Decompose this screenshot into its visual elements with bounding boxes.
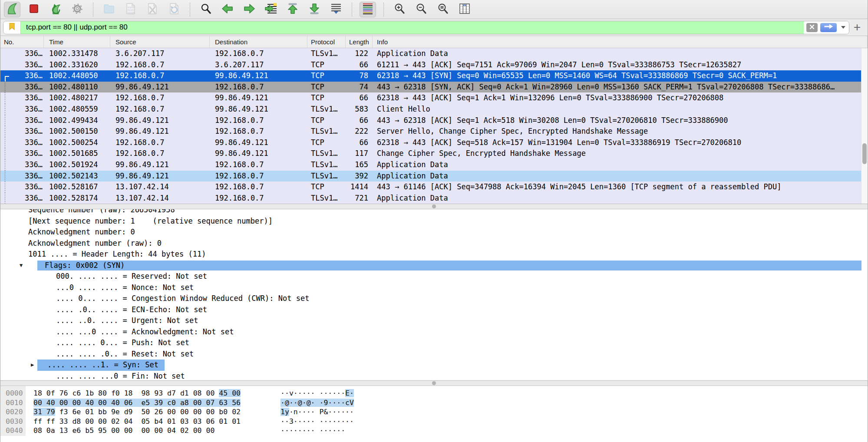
colorize-button[interactable] (360, 2, 376, 17)
packet-row[interactable]: 336…1002.480559192.168.0.799.86.49.121TL… (0, 104, 861, 115)
detail-line[interactable]: [Next sequence number: 1 (relative seque… (0, 216, 868, 227)
column-header-protocol[interactable]: Protocol (307, 36, 346, 48)
packet-row[interactable]: 336…1002.48011099.86.49.121192.168.0.7TC… (0, 82, 861, 93)
display-filter-input[interactable]: tcp.port == 80 || udp.port == 80 (3, 21, 849, 34)
packet-row[interactable]: 336…1002.331620192.168.0.73.6.207.117TCP… (0, 59, 861, 71)
capture-options-button[interactable] (69, 2, 86, 17)
open-file-button[interactable] (101, 2, 117, 17)
restart-capture-button[interactable] (47, 2, 64, 17)
column-header-source[interactable]: Source (110, 36, 210, 48)
go-forward-button[interactable] (241, 2, 257, 17)
filter-apply-button[interactable] (820, 23, 837, 32)
splitter-list-details[interactable] (0, 204, 868, 209)
zoom-in-icon (394, 3, 405, 16)
detail-line[interactable]: ▼Flags: 0x002 (SYN) (0, 260, 868, 271)
expand-icon[interactable]: ▶ (31, 360, 34, 371)
packet-row[interactable]: 336…1002.501685192.168.0.799.86.49.121TL… (0, 148, 861, 159)
detail-line[interactable]: .... ...0 .... = Acknowledgment: Not set (0, 327, 868, 338)
packet-row[interactable]: 336…1002.50015099.86.49.121192.168.0.7TL… (0, 126, 861, 137)
filter-bar: tcp.port == 80 || udp.port == 80 + (0, 19, 868, 36)
detail-line[interactable]: .... .... .0.. = Reset: Not set (0, 349, 868, 360)
start-capture-button[interactable] (4, 2, 20, 17)
close-file-button[interactable] (144, 2, 161, 17)
packet-cell-time: 1002.528174 (44, 193, 110, 204)
go-last-button[interactable] (306, 2, 323, 17)
filter-clear-button[interactable] (806, 23, 818, 32)
go-to-packet-button[interactable] (263, 2, 279, 17)
packet-row[interactable]: 336…1002.500254192.168.0.799.86.49.121TC… (0, 137, 861, 148)
packet-cell-protocol: TCP (307, 92, 346, 104)
detail-line[interactable]: Acknowledgment number: 0 (0, 227, 868, 238)
splitter-details-bytes[interactable] (0, 380, 868, 386)
packet-cell-length: 165 (346, 159, 373, 171)
packet-cell-info: Application Data (373, 171, 861, 182)
zoom-in-button[interactable] (391, 2, 408, 17)
go-first-button[interactable] (284, 2, 301, 17)
hex-row[interactable]: 001000 40 00 00 40 00 40 06 e5 39 c0 a8 … (0, 398, 868, 408)
detail-line[interactable]: ▶.... .... ..1. = Syn: Set (0, 360, 868, 371)
packet-row[interactable]: 336…1002.49943499.86.49.121192.168.0.7TC… (0, 115, 861, 126)
zoom-reset-button[interactable] (435, 2, 451, 17)
hex-ascii: ··v····· ······E· (281, 389, 354, 398)
filter-dropdown-caret[interactable] (841, 26, 845, 29)
hex-row[interactable]: 002031 79 f3 6e 01 bb 9e d9 50 26 00 00 … (0, 407, 868, 417)
stop-capture-button[interactable] (26, 2, 42, 17)
packet-cell-no: 336… (0, 59, 44, 71)
collapse-icon[interactable]: ▼ (20, 260, 23, 271)
restart-icon (50, 3, 61, 16)
packet-cell-length: 1414 (346, 181, 373, 193)
column-header-info[interactable]: Info (373, 36, 868, 48)
packet-cell-source: 192.168.0.7 (110, 70, 210, 82)
packet-cell-destination: 99.86.49.121 (210, 148, 307, 159)
detail-line[interactable]: 000. .... .... = Reserved: Not set (0, 271, 868, 282)
go-back-button[interactable] (219, 2, 236, 17)
packet-cell-time: 1002.331620 (44, 59, 110, 71)
zoom-out-button[interactable] (413, 2, 429, 17)
detail-line[interactable]: .... .... 0... = Push: Not set (0, 337, 868, 349)
detail-line[interactable]: ...0 .... .... = Nonce: Not set (0, 282, 868, 294)
packet-cell-no: 336… (0, 48, 44, 59)
packet-cell-info: 62318 → 443 [ACK] Seq=518 Ack=157 Win=13… (373, 137, 861, 148)
packet-cell-no: 336… (0, 171, 44, 182)
filter-bookmark-button[interactable] (3, 21, 21, 34)
filter-expression[interactable]: tcp.port == 80 || udp.port == 80 (21, 21, 804, 34)
packet-bytes-pane: 000018 0f 76 c6 1b 80 f0 18 98 93 d7 d1 … (0, 386, 868, 442)
detail-line[interactable]: .... .0.. .... = ECN-Echo: Not set (0, 304, 868, 316)
hex-offset: 0040 (6, 426, 23, 435)
add-filter-button[interactable]: + (849, 20, 865, 35)
hex-row[interactable]: 000018 0f 76 c6 1b 80 f0 18 98 93 d7 d1 … (0, 389, 868, 398)
hex-row[interactable]: 0030ff ff 33 d8 00 00 02 04 05 b4 01 03 … (0, 417, 868, 426)
packet-row[interactable]: 336…1002.448050192.168.0.799.86.49.121TC… (0, 70, 861, 82)
packet-cell-time: 1002.501924 (44, 159, 110, 171)
save-file-button[interactable]: 010100110101010 (122, 2, 139, 17)
detail-line[interactable]: .... 0... .... = Congestion Window Reduc… (0, 293, 868, 304)
packet-cell-no: 336… (0, 104, 44, 115)
reload-file-button[interactable] (166, 2, 182, 17)
packet-cell-source: 3.6.207.117 (110, 48, 210, 59)
packet-row[interactable]: 336…1002.480217192.168.0.799.86.49.121TC… (0, 92, 861, 104)
detail-line[interactable]: .... ..0. .... = Urgent: Not set (0, 315, 868, 327)
packet-cell-source: 13.107.42.14 (110, 181, 210, 193)
hex-row[interactable]: 004008 0a 13 e6 b5 95 00 00 00 00 04 02 … (0, 426, 868, 435)
detail-line[interactable]: 1011 .... = Header Length: 44 bytes (11) (0, 249, 868, 260)
detail-line[interactable]: .... .... ...0 = Fin: Not set (0, 371, 868, 381)
packet-cell-source: 192.168.0.7 (110, 92, 210, 104)
arrow-down-bar-icon (309, 3, 320, 16)
packet-row[interactable]: 336…1002.50192499.86.49.121192.168.0.7TL… (0, 159, 861, 171)
detail-line[interactable]: Acknowledgment number (raw): 0 (0, 238, 868, 249)
packet-row[interactable]: 336…1002.3314783.6.207.117192.168.0.7TLS… (0, 48, 861, 59)
packet-list-scrollbar[interactable] (861, 48, 868, 204)
scrollbar-thumb[interactable] (862, 143, 867, 164)
column-header-length[interactable]: Length (346, 36, 373, 48)
packet-row[interactable]: 336…1002.52816713.107.42.14192.168.0.7TC… (0, 181, 861, 193)
resize-columns-button[interactable] (456, 2, 473, 17)
packet-row[interactable]: 336…1002.52817413.107.42.14192.168.0.7TL… (0, 193, 861, 204)
packet-row[interactable]: 336…1002.50214399.86.49.121192.168.0.7TL… (0, 171, 861, 182)
column-header-time[interactable]: Time (44, 36, 110, 48)
column-header-no[interactable]: No. (0, 36, 44, 48)
auto-scroll-button[interactable] (328, 2, 344, 17)
find-packet-button[interactable] (198, 2, 214, 17)
autoscroll-icon (330, 3, 342, 16)
column-header-destination[interactable]: Destination (210, 36, 307, 48)
detail-line[interactable]: Sequence number (raw): 2665041958 (0, 209, 868, 216)
